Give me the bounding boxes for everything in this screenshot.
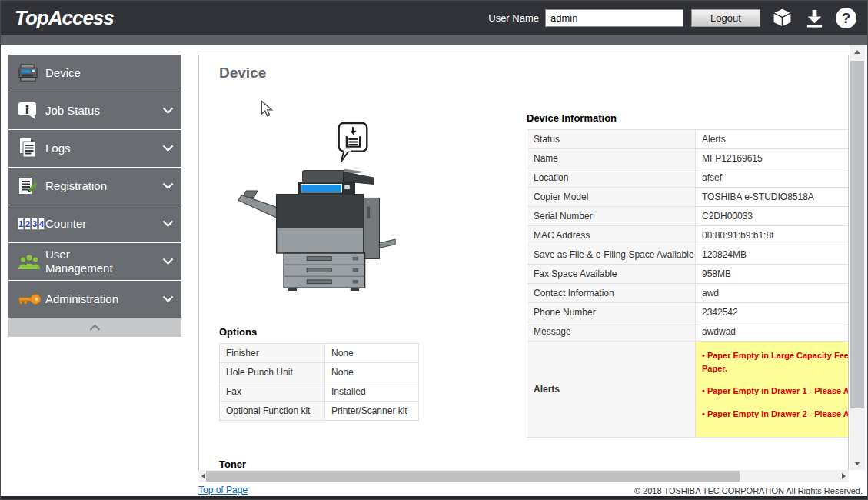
- sidebar-item-label: Logs: [45, 142, 136, 155]
- table-row: StatusAlerts: [527, 130, 850, 149]
- sidebar-item-user-management[interactable]: User Management: [8, 243, 181, 280]
- row-label: Fax: [220, 382, 325, 402]
- row-label: Copier Model: [527, 188, 696, 207]
- alert-message: • Paper Empty in Drawer 2 - Please Add P…: [702, 408, 849, 421]
- row-value: C2DH00033: [696, 207, 850, 226]
- row-value: 958MB: [696, 265, 850, 284]
- scroll-right-arrow-icon[interactable]: [842, 473, 846, 479]
- row-label: Contact Information: [527, 284, 696, 303]
- row-value: None: [325, 344, 419, 363]
- chevron-down-icon: [162, 220, 174, 228]
- table-row: Locationafsef: [527, 168, 850, 188]
- sidebar-item-label: Job Status: [45, 104, 136, 118]
- sidebar-item-label: Device: [45, 66, 136, 80]
- row-value: 120824MB: [696, 245, 850, 265]
- row-label: Fax Space Available: [527, 265, 696, 284]
- chevron-down-icon: [162, 107, 174, 115]
- row-label: MAC Address: [527, 226, 696, 245]
- top-of-page-link[interactable]: Top of Page: [198, 485, 248, 495]
- table-row: Messageawdwad: [527, 322, 850, 342]
- alerts-cell: • Paper Empty in Large Capacity Feeder -…: [696, 342, 850, 438]
- download-icon[interactable]: [804, 8, 825, 28]
- row-label: Serial Number: [527, 207, 696, 226]
- alert-message: • Paper Empty in Large Capacity Feeder -…: [702, 349, 849, 375]
- page-title: Device: [219, 65, 266, 82]
- device-info-title: Device Information: [527, 112, 849, 124]
- device-info-section: Device Information StatusAlertsNameMFP12…: [527, 112, 849, 438]
- help-icon[interactable]: ?: [836, 8, 856, 28]
- job-status-bubble-icon: [18, 102, 45, 121]
- options-table: FinisherNoneHole Punch UnitNoneFaxInstal…: [219, 343, 419, 421]
- alerts-label: Alerts: [527, 342, 696, 438]
- counter-digits-icon: 1 2 3 4: [18, 218, 45, 230]
- alerts-row: Alerts • Paper Empty in Large Capacity F…: [527, 342, 850, 438]
- sidebar-item-label: Counter: [45, 217, 136, 231]
- table-row: Phone Number2342542: [527, 303, 850, 322]
- chevron-down-icon: [162, 182, 174, 190]
- sidebar-item-device[interactable]: Device: [8, 55, 181, 92]
- row-label: Optional Function kit: [220, 402, 325, 421]
- table-row: Fax Space Available958MB: [527, 265, 850, 284]
- vertical-scroll-thumb[interactable]: [850, 61, 864, 408]
- row-label: Hole Punch Unit: [220, 363, 325, 382]
- paper-alert-bubble-icon: [336, 121, 371, 168]
- chevron-down-icon: [162, 295, 174, 303]
- printer-illustration: [234, 165, 397, 295]
- content-panel: Device: [198, 55, 849, 470]
- row-label: Finisher: [220, 344, 325, 363]
- bottom-frame-bar: [1, 496, 867, 499]
- efiling-cube-icon[interactable]: [771, 7, 793, 29]
- alert-message: • Paper Empty in Drawer 1 - Please Add P…: [702, 385, 849, 398]
- row-label: Save as File & e-Filing Space Available: [527, 245, 696, 265]
- table-row: MAC Address00:80:91:b9:b1:8f: [527, 226, 850, 245]
- user-name-input[interactable]: [545, 9, 683, 27]
- row-value: 2342542: [696, 303, 850, 322]
- table-row: Save as File & e-Filing Space Available1…: [527, 245, 850, 265]
- sidebar-item-logs[interactable]: Logs: [8, 130, 181, 167]
- sidebar-item-counter[interactable]: 1 2 3 4 Counter: [8, 205, 181, 242]
- copyright-text: © 2018 TOSHIBA TEC CORPORATION All Right…: [634, 486, 863, 495]
- chevron-up-icon: [89, 321, 101, 335]
- options-section: Options FinisherNoneHole Punch UnitNoneF…: [219, 326, 419, 421]
- table-row: Optional Function kitPrinter/Scanner kit: [220, 402, 419, 421]
- row-value: Installed: [325, 382, 419, 402]
- logout-button[interactable]: Logout: [691, 9, 760, 27]
- row-value: Alerts: [696, 130, 850, 149]
- row-value: TOSHIBA e-STUDIO8518A: [696, 188, 850, 207]
- scroll-left-arrow-icon[interactable]: [201, 473, 205, 479]
- users-group-icon: [18, 253, 45, 270]
- scroll-down-arrow-icon[interactable]: [854, 462, 860, 465]
- row-label: Location: [527, 168, 696, 188]
- chevron-down-icon: [162, 145, 174, 152]
- copier-icon: [18, 64, 45, 83]
- row-label: Message: [527, 322, 696, 342]
- table-row: NameMFP12169615: [527, 149, 850, 168]
- options-title: Options: [219, 326, 419, 338]
- sidebar-item-administration[interactable]: Administration: [8, 281, 181, 318]
- sidebar-collapse-button[interactable]: [8, 318, 181, 337]
- row-value: None: [325, 363, 419, 382]
- sidebar-item-registration[interactable]: Registration: [8, 168, 181, 205]
- scroll-up-arrow-icon[interactable]: [854, 50, 860, 54]
- mouse-cursor: [261, 100, 274, 122]
- admin-key-icon: [18, 292, 45, 306]
- row-label: Phone Number: [527, 303, 696, 322]
- row-value: awdwad: [696, 322, 850, 342]
- horizontal-scroll-thumb[interactable]: [206, 471, 740, 482]
- sidebar-nav: Device Job Status: [8, 55, 181, 337]
- logs-document-icon: [18, 138, 45, 158]
- row-value: Printer/Scanner kit: [325, 402, 419, 421]
- table-row: Hole Punch UnitNone: [220, 363, 419, 382]
- row-value: 00:80:91:b9:b1:8f: [696, 226, 850, 245]
- topaccess-logo: TopAccess: [15, 6, 114, 30]
- horizontal-scrollbar: [198, 470, 849, 482]
- registration-pencil-icon: [18, 176, 45, 196]
- table-row: FaxInstalled: [220, 382, 419, 402]
- row-label: Status: [527, 130, 696, 149]
- sidebar-item-label: Administration: [45, 292, 136, 306]
- row-value: afsef: [696, 168, 850, 188]
- top-bar: TopAccess User Name Logout ?: [1, 1, 867, 35]
- help-question-glyph: ?: [836, 8, 856, 28]
- sidebar-item-job-status[interactable]: Job Status: [8, 92, 181, 129]
- chevron-down-icon: [162, 258, 174, 265]
